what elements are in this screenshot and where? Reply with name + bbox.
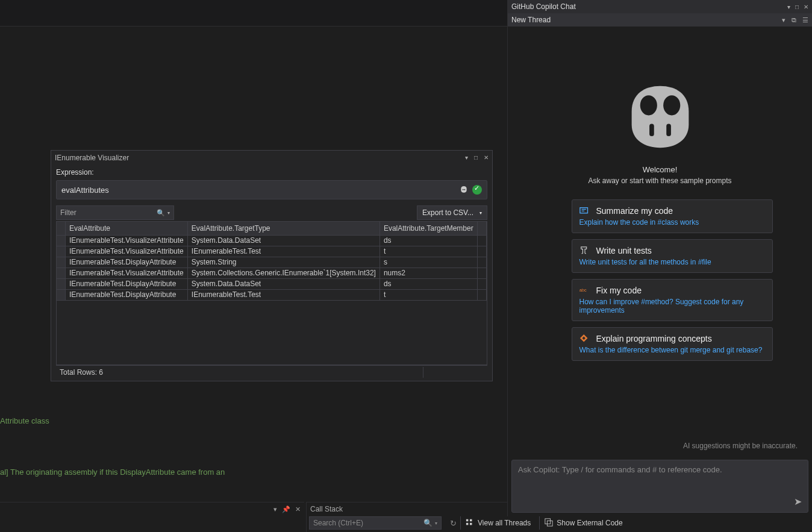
table-cell: IEnumerableTest.Test (187, 289, 379, 300)
svg-rect-0 (466, 519, 469, 521)
maximize-icon[interactable]: □ (795, 4, 799, 10)
search-icon: 🔍 (423, 519, 433, 527)
ai-disclaimer: AI suggestions might be inaccurate. (520, 438, 800, 454)
refresh-icon[interactable]: ↻ (450, 519, 457, 528)
card-subtitle: Write unit tests for all the methods in … (579, 258, 765, 266)
send-icon[interactable]: ➤ (794, 496, 802, 507)
close-icon[interactable]: ✕ (484, 154, 489, 161)
table-cell: IEnumerableTest.VisualizerAttribute (65, 235, 187, 246)
thread-bar: New Thread ▾ ⧉ ☰ (508, 13, 812, 27)
expression-box: evalAttributes (56, 180, 487, 199)
table-cell: System.Collections.Generic.IEnumerable`1… (187, 268, 379, 278)
copilot-logo-icon (622, 81, 699, 153)
show-external-code-button[interactable]: Show External Code (539, 516, 627, 530)
copilot-chat-panel: GitHub Copilot Chat ▾ □ ✕ New Thread ▾ ⧉… (507, 0, 812, 516)
copilot-title: GitHub Copilot Chat (511, 2, 787, 11)
table-cell: IEnumerableTest.DisplayAttribute (65, 278, 187, 289)
dialog-titlebar[interactable]: IEnumerable Visualizer ▾ □ ✕ (51, 151, 492, 164)
call-stack-search[interactable]: Search (Ctrl+E) 🔍 ▾ (309, 516, 442, 530)
prompt-card[interactable]: abc Fix my code How can I improve #metho… (572, 279, 773, 321)
table-row[interactable]: IEnumerableTest.VisualizerAttributeSyste… (57, 235, 487, 246)
bottom-left-panel: ▾ 📌 ✕ (0, 502, 304, 532)
table-row[interactable]: IEnumerableTest.VisualizerAttributeIEnum… (57, 246, 487, 257)
card-subtitle: How can I improve #method? Suggest code … (579, 298, 765, 315)
row-expander-cell[interactable] (57, 278, 65, 289)
table-row[interactable]: IEnumerableTest.DisplayAttributeIEnumera… (57, 289, 487, 300)
row-expander-cell[interactable] (57, 289, 65, 300)
data-grid[interactable]: EvalAttribute EvalAttribute.TargetType E… (56, 221, 487, 365)
maximize-icon[interactable]: □ (474, 154, 478, 161)
table-cell-empty (477, 235, 486, 246)
table-row[interactable]: IEnumerableTest.VisualizerAttributeSyste… (57, 268, 487, 278)
table-cell: IEnumerableTest.VisualizerAttribute (65, 246, 187, 257)
svg-rect-1 (466, 522, 469, 525)
prompt-card[interactable]: Explain programming concepts What is the… (572, 327, 773, 361)
svg-rect-8 (649, 124, 654, 136)
card-title: Write unit tests (596, 246, 652, 255)
valid-check-icon (472, 185, 482, 195)
table-cell-empty (477, 246, 486, 257)
prompt-card[interactable]: Write unit tests Write unit tests for al… (572, 239, 773, 273)
thread-label[interactable]: New Thread (511, 16, 782, 24)
code-line: Attribute class (0, 416, 225, 426)
copilot-input[interactable]: Ask Copilot: Type / for commands and # t… (511, 460, 808, 513)
row-expander-cell[interactable] (57, 246, 65, 257)
table-cell: IEnumerableTest.VisualizerAttribute (65, 268, 187, 278)
code-line: al] The originating assembly if this Dis… (0, 467, 225, 477)
welcome-subtext: Ask away or start with these sample prom… (588, 177, 731, 185)
prompt-card[interactable]: Summarize my code Explain how the code i… (572, 199, 773, 233)
table-cell-empty (477, 278, 486, 289)
expression-label: Expression: (56, 168, 487, 177)
dropdown-icon[interactable]: ▾ (787, 4, 790, 10)
search-placeholder: Search (Ctrl+E) (313, 519, 423, 527)
dropdown-icon[interactable]: ▾ (465, 154, 468, 161)
table-row[interactable]: IEnumerableTest.DisplayAttributeSystem.D… (57, 278, 487, 289)
svg-rect-4 (545, 518, 551, 524)
column-header[interactable]: EvalAttribute.TargetMember (379, 222, 477, 235)
svg-point-6 (640, 95, 657, 115)
svg-rect-3 (470, 522, 472, 525)
card-subtitle: Explain how the code in #class works (579, 218, 765, 227)
table-cell: t (379, 246, 477, 257)
settings-list-icon[interactable]: ☰ (802, 16, 808, 24)
table-cell: ds (379, 235, 477, 246)
row-expander-cell[interactable] (57, 235, 65, 246)
export-csv-button[interactable]: Export to CSV... ▾ (417, 205, 487, 220)
external-code-icon (545, 518, 553, 528)
table-cell: System.String (187, 257, 379, 268)
threads-icon (466, 518, 474, 528)
chevron-down-icon: ▾ (479, 210, 482, 216)
code-lines: Attribute class al] The originating asse… (0, 395, 225, 502)
dropdown-icon[interactable]: ▾ (273, 505, 277, 513)
chevron-down-icon[interactable]: ▾ (167, 210, 170, 216)
chevron-down-icon[interactable]: ▾ (782, 16, 785, 24)
close-icon[interactable]: ✕ (804, 4, 808, 10)
table-cell: IEnumerableTest.DisplayAttribute (65, 257, 187, 268)
copilot-header[interactable]: GitHub Copilot Chat ▾ □ ✕ (508, 0, 812, 13)
svg-rect-10 (579, 208, 587, 213)
copilot-icon[interactable] (459, 185, 469, 195)
table-cell-empty (477, 257, 486, 268)
column-header[interactable]: EvalAttribute.TargetType (187, 222, 379, 235)
new-thread-icon[interactable]: ⧉ (792, 16, 796, 24)
card-icon (579, 246, 590, 255)
chevron-down-icon[interactable]: ▾ (435, 521, 437, 526)
close-icon[interactable]: ✕ (295, 505, 301, 513)
ienumerable-visualizer-dialog: IEnumerable Visualizer ▾ □ ✕ Expression:… (51, 150, 493, 381)
table-cell: nums2 (379, 268, 477, 278)
row-expander-cell[interactable] (57, 268, 65, 278)
table-cell: System.Data.DataSet (187, 235, 379, 246)
row-expander-cell[interactable] (57, 257, 65, 268)
table-row[interactable]: IEnumerableTest.DisplayAttributeSystem.S… (57, 257, 487, 268)
column-header[interactable]: EvalAttribute (65, 222, 187, 235)
welcome-text: Welcome! (643, 165, 678, 174)
table-cell-empty (477, 268, 486, 278)
table-cell: s (379, 257, 477, 268)
svg-text:abc: abc (579, 287, 587, 293)
card-icon (579, 206, 590, 216)
pin-icon[interactable]: 📌 (282, 505, 290, 513)
column-header-empty (477, 222, 486, 235)
filter-input[interactable]: Filter 🔍 ▾ (56, 205, 174, 220)
table-cell: t (379, 289, 477, 300)
view-all-threads-button[interactable]: View all Threads (460, 516, 536, 530)
